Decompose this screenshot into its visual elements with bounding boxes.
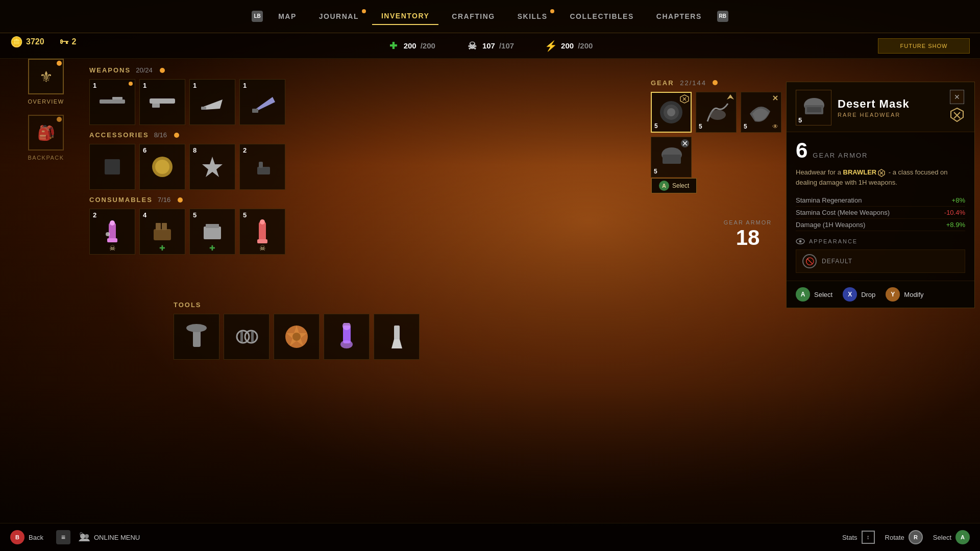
weapon-icon-4 — [247, 89, 278, 115]
accessory-slot-3[interactable]: 8 — [189, 144, 235, 190]
tool-slot-3[interactable] — [274, 314, 320, 360]
stat-value-1: +8% — [952, 196, 965, 204]
detail-preview-box: 5 — [796, 90, 831, 126]
weapon-slot-1[interactable]: 1 — [89, 79, 135, 125]
stats-label: Stats — [842, 534, 857, 541]
bottom-left-actions: B Back ≡ 0 ONLINE MENU — [10, 530, 140, 544]
accessory-count-3: 8 — [193, 146, 197, 154]
lb-button[interactable]: LB — [252, 11, 263, 22]
consumable-icon-3 — [200, 219, 225, 244]
accessory-icon-1 — [100, 154, 125, 180]
nav-item-skills[interactable]: SKILLS — [508, 8, 557, 24]
gear-select-label: Select — [672, 182, 689, 189]
svg-rect-1 — [112, 97, 122, 99]
gear-slot-4[interactable]: 5 A Select — [651, 137, 692, 178]
svg-rect-38 — [394, 325, 400, 341]
svg-rect-22 — [206, 224, 219, 228]
stat-label-2: Stamina Cost (Melee Weapons) — [796, 209, 890, 216]
svg-rect-5 — [201, 107, 206, 110]
consumable-slot-3[interactable]: 5 ✚ — [189, 209, 235, 255]
premium-label: FUTURE SHOW — [900, 43, 948, 49]
tool-slot-1[interactable] — [174, 314, 219, 360]
consumable-slot-2[interactable]: 4 ✚ — [139, 209, 185, 255]
power-icon: ⚡ — [545, 40, 557, 52]
back-b-button: B — [10, 530, 24, 544]
tools-section-header: TOOLS — [174, 301, 420, 309]
consumable-slot-4[interactable]: 5 ☠ — [239, 209, 285, 255]
accessory-count-4: 2 — [243, 146, 247, 154]
tool-slot-5[interactable] — [374, 314, 420, 360]
weapon-slot-3[interactable]: 1 — [189, 79, 235, 125]
gear-badge — [713, 80, 718, 85]
drop-action-button[interactable]: X Drop — [843, 287, 875, 302]
weapon-slot-4[interactable]: 1 — [239, 79, 285, 125]
gear-count: 22/144 — [680, 79, 706, 87]
svg-marker-47 — [727, 94, 734, 99]
nav-item-map[interactable]: MAP — [269, 8, 306, 24]
gear-select-popup[interactable]: A Select — [651, 178, 697, 193]
rotate-r-button: R — [909, 530, 923, 544]
svg-marker-39 — [391, 339, 402, 348]
default-appearance-item[interactable]: 🚫 DEFAULT — [796, 249, 965, 273]
consumables-count: 7/16 — [158, 196, 170, 204]
tool-icon-4 — [333, 323, 361, 351]
online-menu-action[interactable]: ≡ 0 ONLINE MENU — [56, 530, 140, 544]
gear-close-icon-4 — [680, 138, 690, 148]
appearance-header: APPEARANCE — [796, 238, 965, 244]
top-navigation: LB MAP JOURNAL INVENTORY CRAFTING SKILLS… — [0, 0, 980, 33]
detail-description: Headwear for a BRAWLER - a class focused… — [796, 167, 965, 187]
svg-rect-12 — [257, 167, 270, 174]
select-bottom-action[interactable]: Select A — [933, 530, 970, 544]
detail-panel-body: 6 GEAR ARMOR Headwear for a BRAWLER - a … — [787, 132, 974, 281]
rb-button[interactable]: RB — [717, 11, 728, 22]
gear-armor-value: 18 — [715, 226, 781, 250]
nav-item-inventory[interactable]: INVENTORY — [372, 8, 438, 25]
tool-icon-1 — [183, 324, 211, 349]
stat-row-3: Damage (1H Weapons) +8.9% — [796, 219, 965, 231]
tool-slot-4[interactable] — [324, 314, 370, 360]
overview-label: OVERVIEW — [28, 98, 64, 105]
inventory-main: WEAPONS 20/24 1 1 1 1 ACCESSORIES 8/16 — [89, 59, 472, 255]
accessory-slot-2[interactable]: 6 — [139, 144, 185, 190]
gear-slot-4-close — [680, 138, 690, 151]
gear-slot-2[interactable]: 5 — [696, 92, 737, 133]
tool-slot-2[interactable] — [224, 314, 270, 360]
consumable-slot-1[interactable]: 2 ☠ — [89, 209, 135, 255]
gear-cross-icon-3 — [771, 93, 780, 103]
sidebar-item-backpack[interactable]: 🎒 BACKPACK — [10, 115, 82, 161]
weapon-dot-1 — [129, 82, 133, 86]
back-action[interactable]: B Back — [10, 530, 43, 544]
detail-close-button[interactable]: ✕ — [950, 90, 964, 104]
stamina-stat: ☠ 107 /107 — [466, 40, 514, 52]
gear-slot-3-badge — [771, 93, 780, 105]
gear-slot-3[interactable]: 5 👁 — [741, 92, 781, 133]
nav-item-chapters[interactable]: CHAPTERS — [647, 8, 711, 24]
consumable-icon-2 — [150, 219, 175, 244]
accessory-slot-4[interactable]: 2 — [239, 144, 285, 190]
modify-action-button[interactable]: Y Modify — [886, 287, 923, 302]
premium-banner[interactable]: FUTURE SHOW — [878, 38, 970, 54]
tool-icon-5 — [383, 323, 411, 351]
rotate-action[interactable]: Rotate R — [885, 530, 923, 544]
select-action-button[interactable]: A Select — [796, 287, 832, 302]
detail-panel-header: 5 Desert Mask RARE HEADWEAR ✕ — [787, 82, 974, 132]
gear-slot-1[interactable]: 5 — [651, 92, 692, 133]
nav-item-journal[interactable]: JOURNAL — [310, 8, 368, 24]
svg-rect-8 — [105, 159, 120, 174]
nav-item-collectibles[interactable]: COLLECTIBLES — [560, 8, 643, 24]
stat-value-2: -10.4% — [944, 209, 965, 216]
sidebar-item-overview[interactable]: ⚜ OVERVIEW — [10, 59, 82, 105]
gear-row-1: 5 5 5 👁 — [651, 92, 783, 133]
accessories-grid: 6 8 2 — [89, 144, 472, 190]
left-sidebar: ⚜ OVERVIEW 🎒 BACKPACK — [10, 59, 82, 171]
weapons-title: WEAPONS — [89, 66, 131, 74]
accessory-slot-1[interactable] — [89, 144, 135, 190]
tool-icon-3 — [283, 323, 311, 351]
weapon-slot-2[interactable]: 1 — [139, 79, 185, 125]
stats-action[interactable]: Stats ↕ — [842, 531, 875, 544]
menu-button: ≡ — [56, 530, 70, 544]
nav-item-crafting[interactable]: CRAFTING — [443, 8, 504, 24]
svg-rect-57 — [807, 107, 821, 112]
gold-amount: 3720 — [26, 37, 44, 46]
tools-grid — [174, 314, 420, 360]
